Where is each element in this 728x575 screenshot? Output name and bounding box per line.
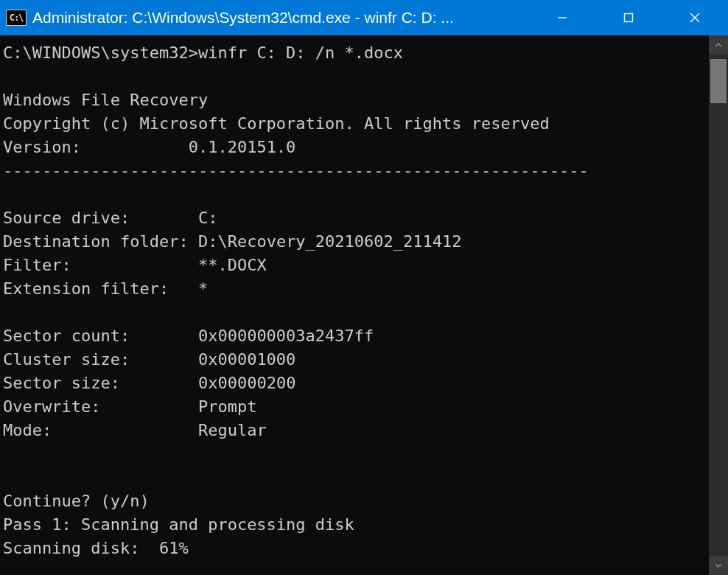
scroll-track[interactable] <box>709 55 728 556</box>
cluster-size-label: Cluster size: <box>3 350 130 369</box>
overwrite-value: Prompt <box>198 397 256 416</box>
ext-filter-label: Extension filter: <box>3 279 169 298</box>
sector-count-label: Sector count: <box>3 327 130 345</box>
sector-size-label: Sector size: <box>3 374 120 392</box>
version-value: 0.1.20151.0 <box>189 138 296 156</box>
minimize-button[interactable] <box>529 0 595 35</box>
svg-rect-1 <box>625 14 633 22</box>
cmd-window: C:\ Administrator: C:\Windows\System32\c… <box>0 0 728 575</box>
version-label: Version: <box>3 138 81 156</box>
command-text: winfr C: D: /n *.docx <box>198 43 403 62</box>
sector-count-value: 0x000000003a2437ff <box>198 327 374 345</box>
mode-label: Mode: <box>3 421 52 439</box>
titlebar[interactable]: C:\ Administrator: C:\Windows\System32\c… <box>0 0 728 35</box>
vertical-scrollbar[interactable] <box>709 35 728 575</box>
scroll-down-arrow[interactable] <box>709 556 728 575</box>
separator: ----------------------------------------… <box>3 161 589 180</box>
scroll-up-arrow[interactable] <box>709 35 728 55</box>
pass-line: Pass 1: Scanning and processing disk <box>3 515 354 534</box>
source-drive-label: Source drive: <box>3 209 130 227</box>
console-output[interactable]: C:\WINDOWS\system32>winfr C: D: /n *.doc… <box>0 35 709 575</box>
source-drive-value: C: <box>198 209 218 227</box>
prompt: C:\WINDOWS\system32> <box>3 43 198 62</box>
maximize-icon <box>623 13 634 23</box>
client-area: C:\WINDOWS\system32>winfr C: D: /n *.doc… <box>0 35 728 575</box>
maximize-button[interactable] <box>595 0 662 35</box>
window-title: Administrator: C:\Windows\System32\cmd.e… <box>32 9 454 27</box>
filter-label: Filter: <box>3 256 71 274</box>
close-icon <box>689 12 701 24</box>
header-copyright: Copyright (c) Microsoft Corporation. All… <box>3 114 550 133</box>
scanning-line: Scanning disk: 61% <box>3 539 189 557</box>
sector-size-value: 0x00000200 <box>198 374 295 392</box>
dest-folder-value: D:\Recovery_20210602_211412 <box>198 232 462 251</box>
scroll-thumb[interactable] <box>710 59 727 103</box>
ext-filter-value: * <box>198 279 208 298</box>
close-button[interactable] <box>662 0 728 35</box>
chevron-down-icon <box>715 563 722 568</box>
continue-prompt: Continue? (y/n) <box>3 492 150 510</box>
minimize-icon <box>557 13 567 23</box>
mode-value: Regular <box>198 421 267 439</box>
header-app: Windows File Recovery <box>3 91 208 109</box>
filter-value: **.DOCX <box>198 256 267 274</box>
overwrite-label: Overwrite: <box>3 397 100 416</box>
app-icon: C:\ <box>6 10 27 26</box>
app-icon-text: C:\ <box>10 13 24 23</box>
chevron-up-icon <box>715 43 722 47</box>
cluster-size-value: 0x00001000 <box>198 350 295 369</box>
dest-folder-label: Destination folder: <box>3 232 189 251</box>
